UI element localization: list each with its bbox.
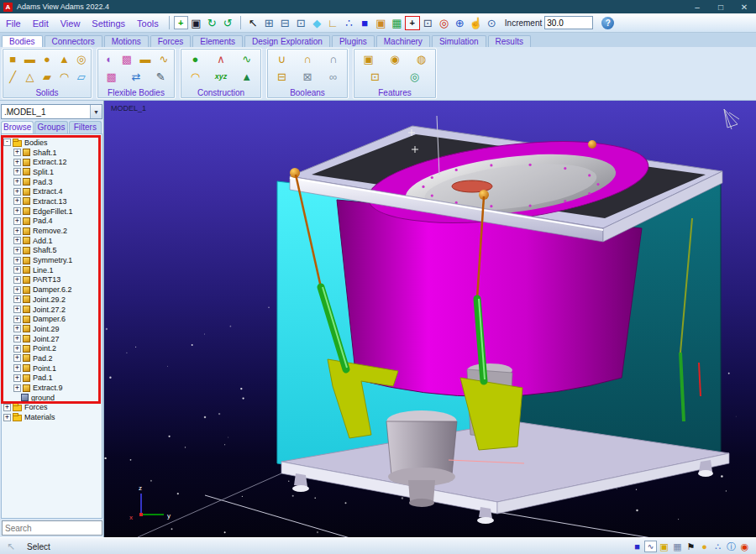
cylinder-icon[interactable]: ╱ xyxy=(6,71,19,82)
plate-icon[interactable]: △ xyxy=(24,71,37,82)
mnf-transform-icon[interactable]: ▩ xyxy=(105,71,118,82)
top-view-icon[interactable]: ⊟ xyxy=(277,15,293,30)
tree-expander[interactable]: + xyxy=(13,384,21,392)
render-toggle-icon[interactable]: ■ xyxy=(631,541,643,553)
tree-item-shaft-1[interactable]: +Shaft.1 xyxy=(2,148,102,158)
render-mode-icon[interactable]: ■ xyxy=(357,15,373,30)
search-input[interactable] xyxy=(2,520,102,536)
box-icon[interactable]: ■ xyxy=(6,54,19,65)
undo-icon[interactable]: ↺ xyxy=(220,15,236,30)
arc-icon[interactable]: ◠ xyxy=(188,71,202,82)
fit-view-icon[interactable]: + xyxy=(405,16,420,30)
merge-icon[interactable]: ∩ xyxy=(301,54,314,65)
browser-tab-browse[interactable]: Browse xyxy=(1,121,34,133)
menu-tools[interactable]: Tools xyxy=(131,18,165,29)
tree-item-point-1[interactable]: +Point.1 xyxy=(2,363,102,374)
tree-expander[interactable]: + xyxy=(13,257,21,264)
ribbon-tab-simulation[interactable]: Simulation xyxy=(432,35,486,47)
tree-item-ground[interactable]: ground xyxy=(2,393,102,403)
tree-item-add-1[interactable]: +Add.1 xyxy=(2,236,102,246)
discrete-link-icon[interactable]: ▬ xyxy=(139,54,152,65)
menu-edit[interactable]: Edit xyxy=(27,18,55,29)
menu-view[interactable]: View xyxy=(55,18,87,29)
record-icon[interactable]: ◉ xyxy=(738,541,751,553)
revolution-icon[interactable]: ◠ xyxy=(57,71,71,82)
fillet-icon[interactable]: ◉ xyxy=(388,54,402,65)
mesh-view-icon[interactable]: ▦ xyxy=(389,15,405,30)
frustum-icon[interactable]: ▲ xyxy=(57,54,71,65)
tree-item-pad-1[interactable]: +Pad.1 xyxy=(2,374,102,384)
tree-expander[interactable]: + xyxy=(13,276,21,284)
increment-input[interactable] xyxy=(544,16,593,29)
tree-item-pad-2[interactable]: +Pad.2 xyxy=(2,353,102,363)
rotate-view-icon[interactable]: ⊕ xyxy=(452,15,468,30)
tree-item-extract-4[interactable]: +Extract.4 xyxy=(2,186,102,196)
shaded-view-icon[interactable]: ◆ xyxy=(309,15,325,30)
tree-item-edgefillet-1[interactable]: +EdgeFillet.1 xyxy=(2,206,102,217)
tree-expander[interactable]: + xyxy=(13,159,21,166)
ribbon-tab-bodies[interactable]: Bodies xyxy=(2,35,43,47)
ribbon-tab-elements[interactable]: Elements xyxy=(192,35,243,47)
marker-cone-icon[interactable]: ▲ xyxy=(240,71,254,82)
tree-expander[interactable]: + xyxy=(13,207,21,215)
tree-item-damper-6-2[interactable]: +Damper.6.2 xyxy=(2,285,102,295)
linkage-icon[interactable]: ∴ xyxy=(711,541,724,553)
tree-item-forces[interactable]: +Forces xyxy=(2,403,102,413)
message-window-icon[interactable]: ▣ xyxy=(658,541,670,553)
select-pointer-icon[interactable]: ↖ xyxy=(245,15,261,30)
center-view-icon[interactable]: ◎ xyxy=(436,15,452,30)
front-view-icon[interactable]: ⊞ xyxy=(261,15,277,30)
corner-ball-left[interactable] xyxy=(290,168,300,178)
tree-item-pad-4[interactable]: +Pad.4 xyxy=(2,217,102,227)
tree-expander[interactable]: + xyxy=(13,227,21,235)
plot-points-icon[interactable]: ∴ xyxy=(341,15,357,30)
tree-expander[interactable]: + xyxy=(13,286,21,294)
link-icon[interactable]: ▬ xyxy=(24,54,37,65)
help-button[interactable]: ? xyxy=(601,17,614,29)
chain-icon[interactable]: ∞ xyxy=(327,71,340,82)
tree-expander[interactable]: + xyxy=(3,404,11,411)
minimize-button[interactable]: – xyxy=(685,3,709,12)
tree-item-joint-29-2[interactable]: +Joint.29.2 xyxy=(2,295,102,305)
swap-flex-icon[interactable]: ⇄ xyxy=(129,71,143,82)
tree-item-point-2[interactable]: +Point.2 xyxy=(2,343,102,353)
info-icon[interactable]: ⓘ xyxy=(725,541,738,553)
tree-expander[interactable]: + xyxy=(13,364,21,372)
view-compass-icon[interactable] xyxy=(724,109,739,129)
tree-item-line-1[interactable]: +Line.1 xyxy=(2,265,102,275)
ribbon-tab-forces[interactable]: Forces xyxy=(150,35,192,47)
origin-axes-icon[interactable]: ∟ xyxy=(325,15,341,30)
chamfer-icon[interactable]: ▣ xyxy=(362,54,375,65)
tree-item-bodies[interactable]: -Bodies xyxy=(2,138,102,148)
flexible-body-icon[interactable]: ◖ xyxy=(102,54,115,65)
tree-item-pad-3[interactable]: +Pad.3 xyxy=(2,177,102,187)
corner-ball-back[interactable] xyxy=(588,140,596,149)
rigid-to-flex-icon[interactable]: ▩ xyxy=(120,54,134,65)
tree-item-joint-27-2[interactable]: +Joint.27.2 xyxy=(2,305,102,315)
menu-file[interactable]: File xyxy=(0,18,27,29)
zoom-icon[interactable]: ⊙ xyxy=(484,15,500,30)
tree-item-remove-2[interactable]: +Remove.2 xyxy=(2,226,102,236)
tree-expander[interactable]: + xyxy=(13,266,21,274)
point-icon[interactable]: ● xyxy=(188,54,202,65)
motor-body[interactable] xyxy=(386,421,457,475)
snap-flag-icon[interactable]: ⚑ xyxy=(685,541,697,553)
marker-xyz-icon[interactable]: xyz xyxy=(214,73,228,81)
tree-item-shaft-5[interactable]: +Shaft.5 xyxy=(2,246,102,256)
tree-expander[interactable]: + xyxy=(13,325,21,332)
tree-expander[interactable]: + xyxy=(13,188,21,196)
tree-item-extract-13[interactable]: +Extract.13 xyxy=(2,196,102,206)
tree-expander[interactable]: + xyxy=(13,345,21,353)
tree-item-materials[interactable]: +Materials xyxy=(2,412,102,422)
tree-expander[interactable]: + xyxy=(3,414,11,421)
tree-item-symmetry-1[interactable]: +Symmetry.1 xyxy=(2,255,102,265)
tree-item-joint-27[interactable]: +Joint.27 xyxy=(2,334,102,344)
3d-viewport[interactable]: MODEL_1 xyxy=(104,101,756,537)
spline-icon[interactable]: ∿ xyxy=(240,54,254,65)
ribbon-tab-plugins[interactable]: Plugins xyxy=(332,35,375,47)
tree-expander[interactable]: + xyxy=(13,237,21,244)
pocket-icon[interactable]: ⊡ xyxy=(369,71,382,82)
ribbon-tab-design-exploration[interactable]: Design Exploration xyxy=(244,35,330,47)
ribbon-tab-connectors[interactable]: Connectors xyxy=(45,35,102,47)
extrusion-icon[interactable]: ▰ xyxy=(40,71,54,82)
